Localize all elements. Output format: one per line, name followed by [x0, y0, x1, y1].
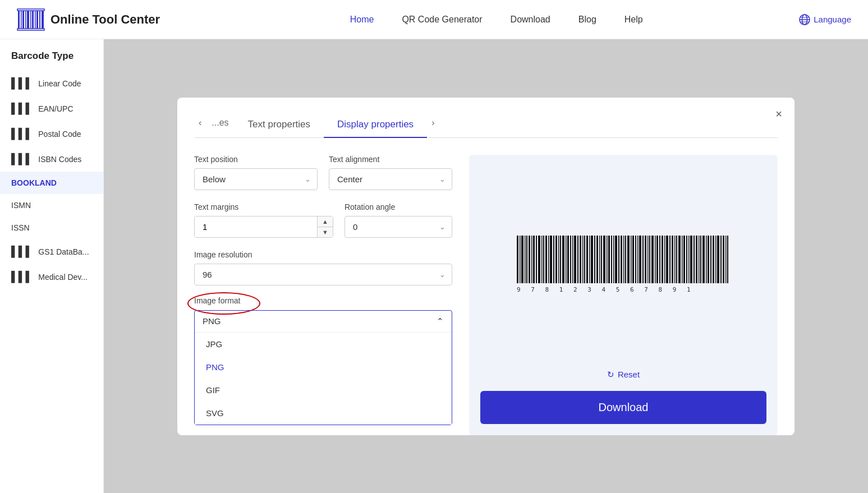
tab-next-arrow[interactable]: ›: [427, 118, 439, 133]
svg-rect-29: [543, 236, 544, 283]
sidebar-item-gs1[interactable]: ▌▌▌ GS1 DataBa...: [0, 239, 103, 264]
image-format-label-row: Image format: [194, 296, 452, 306]
nav-blog[interactable]: Blog: [578, 15, 596, 25]
download-button[interactable]: Download: [480, 391, 766, 424]
svg-rect-32: [550, 236, 552, 283]
tab-prev-arrow[interactable]: ‹: [194, 118, 206, 133]
logo-icon: [17, 8, 45, 31]
svg-rect-71: [645, 236, 646, 283]
modal-close-button[interactable]: ×: [775, 108, 782, 121]
svg-rect-35: [558, 236, 559, 283]
svg-rect-85: [678, 236, 681, 283]
form-row-2: Text margins 1 ▲ ▼ Rotation angle: [194, 202, 452, 238]
nav-download[interactable]: Download: [511, 15, 550, 25]
sidebar-item-medical[interactable]: ▌▌▌ Medical Dev...: [0, 264, 103, 289]
svg-rect-103: [723, 236, 724, 283]
number-spinners: ▲ ▼: [317, 216, 333, 237]
svg-rect-36: [560, 236, 561, 283]
modal-overlay: × ‹ ...es Text properties Display proper…: [104, 39, 868, 493]
svg-rect-90: [690, 236, 692, 283]
svg-rect-31: [548, 236, 549, 283]
svg-rect-54: [603, 236, 605, 283]
logo[interactable]: Online Tool Center: [17, 8, 160, 31]
text-alignment-select[interactable]: Left Center Right: [329, 168, 452, 190]
svg-rect-99: [713, 236, 714, 283]
text-margins-group: Text margins 1 ▲ ▼: [194, 202, 333, 238]
sidebar-item-postal-code[interactable]: ▌▌▌ Postal Code: [0, 121, 103, 146]
nav-home[interactable]: Home: [350, 15, 374, 25]
svg-rect-12: [17, 29, 44, 30]
rotation-angle-select[interactable]: 0 90 180 270: [345, 216, 452, 238]
text-alignment-select-wrapper: Left Center Right ⌄: [329, 168, 452, 190]
svg-rect-81: [669, 236, 670, 283]
tab-text-properties[interactable]: Text properties: [235, 114, 324, 138]
rotation-angle-select-wrapper: 0 90 180 270 ⌄: [345, 216, 452, 238]
modal: × ‹ ...es Text properties Display proper…: [177, 98, 794, 435]
nav-links: Home QR Code Generator Download Blog Hel…: [194, 15, 799, 25]
svg-rect-96: [706, 236, 707, 283]
svg-rect-105: [727, 236, 728, 283]
svg-rect-44: [580, 236, 581, 283]
spinner-up-button[interactable]: ▲: [318, 216, 333, 227]
svg-rect-22: [526, 236, 527, 283]
svg-rect-28: [541, 236, 543, 283]
svg-rect-58: [613, 236, 614, 283]
svg-rect-40: [570, 236, 571, 283]
svg-rect-0: [18, 11, 20, 29]
svg-rect-53: [601, 236, 602, 283]
barcode-icon: ▌▌▌: [11, 77, 33, 89]
spinner-down-button[interactable]: ▼: [318, 227, 333, 237]
format-option-svg[interactable]: SVG: [195, 402, 452, 425]
form-row-1: Text position Above Below None ⌄: [194, 155, 452, 190]
format-option-jpg[interactable]: JPG: [195, 333, 452, 356]
format-option-gif[interactable]: GIF: [195, 379, 452, 402]
svg-rect-78: [662, 236, 663, 283]
image-format-dropdown-header[interactable]: PNG ⌃: [195, 311, 452, 332]
image-format-dropdown[interactable]: PNG ⌃ JPG PNG GIF SVG: [194, 310, 452, 425]
language-selector[interactable]: Language: [799, 14, 851, 25]
image-resolution-select[interactable]: 72 96 150 300: [194, 264, 452, 285]
sidebar-item-ean-upc[interactable]: ▌▌▌ EAN/UPC: [0, 96, 103, 121]
modal-tabs: ‹ ...es Text properties Display properti…: [194, 114, 778, 138]
reset-icon: ↻: [607, 370, 614, 380]
svg-rect-61: [621, 236, 622, 283]
tab-display-properties[interactable]: Display properties: [324, 114, 427, 138]
sidebar-item-issn[interactable]: ISSN: [0, 216, 103, 239]
svg-rect-74: [651, 236, 654, 283]
barcode-icon-6: ▌▌▌: [11, 271, 33, 283]
text-margins-input-wrapper: 1 ▲ ▼: [194, 216, 333, 238]
svg-rect-51: [596, 236, 598, 283]
sidebar-item-linear-code[interactable]: ▌▌▌ Linear Code: [0, 71, 103, 96]
barcode-preview: 9 7 8 1 2 3 4 5 6 7 8 9 1: [511, 233, 736, 300]
svg-rect-37: [562, 236, 564, 283]
svg-rect-70: [642, 236, 644, 283]
text-margins-input[interactable]: 1: [195, 216, 317, 237]
svg-rect-66: [632, 236, 634, 283]
sidebar-item-bookland[interactable]: BOOKLAND: [0, 172, 103, 194]
svg-rect-84: [676, 236, 677, 283]
barcode-icon-3: ▌▌▌: [11, 128, 33, 140]
text-position-select[interactable]: Above Below None: [194, 168, 318, 190]
tab-prev-label[interactable]: ...es: [206, 118, 234, 133]
nav-qr-code[interactable]: QR Code Generator: [402, 15, 482, 25]
svg-rect-91: [694, 236, 695, 283]
svg-rect-65: [631, 236, 632, 283]
image-resolution-select-wrapper: 72 96 150 300 ⌄: [194, 264, 452, 285]
svg-rect-68: [637, 236, 639, 283]
reset-button[interactable]: ↻ Reset: [607, 370, 640, 380]
nav-help[interactable]: Help: [624, 15, 643, 25]
format-option-png[interactable]: PNG: [195, 356, 452, 379]
sidebar-item-isbn[interactable]: ▌▌▌ ISBN Codes: [0, 146, 103, 172]
svg-rect-50: [594, 236, 595, 283]
logo-text: Online Tool Center: [50, 12, 160, 27]
svg-rect-7: [35, 11, 36, 29]
sidebar-item-ismn[interactable]: ISMN: [0, 194, 103, 216]
image-resolution-group: Image resolution 72 96 150 300 ⌄: [194, 250, 452, 285]
svg-rect-93: [699, 236, 700, 283]
svg-rect-39: [567, 236, 569, 283]
svg-rect-101: [717, 236, 719, 283]
chevron-up-icon: ⌃: [437, 316, 444, 326]
svg-rect-83: [674, 236, 676, 283]
right-panel: 9 7 8 1 2 3 4 5 6 7 8 9 1 ↻ Reset Downlo…: [469, 155, 778, 435]
svg-rect-52: [599, 236, 600, 283]
